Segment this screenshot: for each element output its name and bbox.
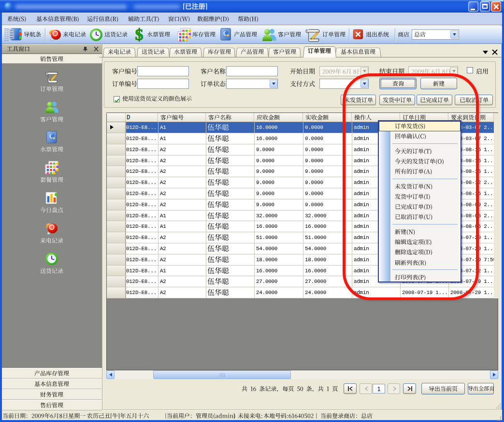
svg-text:$: $ xyxy=(135,27,144,42)
